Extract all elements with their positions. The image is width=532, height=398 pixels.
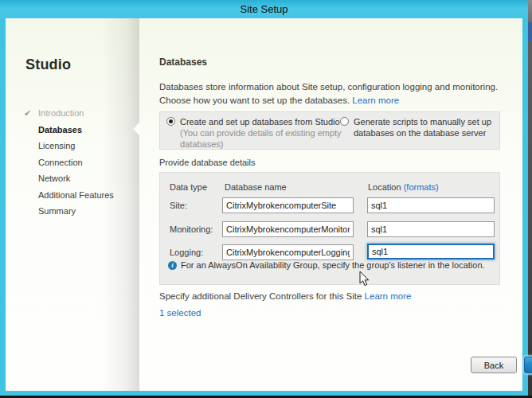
step-label: Databases (38, 125, 82, 135)
step-additional-features: Additional Features (25, 190, 137, 207)
monitoring-location-input[interactable] (367, 221, 495, 237)
wizard-sidebar: Studio ✔ Introduction Databases Licensin… (6, 18, 139, 391)
step-label: Additional Features (38, 190, 114, 200)
step-label: Licensing (38, 141, 75, 150)
window-titlebar[interactable]: Site Setup (0, 0, 528, 18)
page-description: Databases store information about Site s… (159, 80, 498, 107)
option-note: (You can provide details of existing emp… (180, 127, 346, 150)
info-text: For an AlwaysOn Availability Group, spec… (181, 260, 485, 270)
logging-database-name-input[interactable] (222, 244, 354, 260)
step-label: Connection (38, 158, 83, 167)
description-line2: Choose how you want to set up the databa… (159, 94, 498, 107)
radio-icon-create-databases[interactable] (166, 117, 175, 126)
back-button[interactable]: Back (471, 357, 517, 373)
option-label: Generate scripts to manually set up data… (354, 116, 496, 139)
radio-icon-generate-scripts[interactable] (340, 117, 349, 126)
row-label-site: Site: (170, 201, 187, 210)
option-generate-scripts[interactable]: Generate scripts to manually set up data… (340, 116, 496, 139)
step-network: Network (25, 174, 137, 190)
selected-count-link[interactable]: 1 selected (159, 308, 201, 318)
step-label: Summary (38, 206, 76, 216)
database-setup-options-panel: Create and set up databases from Studio … (159, 111, 500, 150)
learn-more-link-controllers[interactable]: Learn more (365, 291, 412, 301)
col-header-data-type: Data type (170, 182, 207, 192)
option-label: Create and set up databases from Studio (180, 116, 346, 127)
description-line1: Databases store information about Site s… (159, 80, 498, 94)
window-title: Site Setup (241, 3, 288, 15)
screen: Site Setup Studio ✔ Introduction Databas… (0, 0, 532, 398)
desktop-edge-right (528, 0, 532, 398)
check-icon: ✔ (24, 108, 31, 119)
col-header-location: Location (formats) (368, 182, 439, 192)
row-label-logging: Logging: (170, 248, 203, 257)
step-introduction[interactable]: ✔ Introduction (25, 108, 137, 125)
next-button[interactable]: Next (524, 357, 532, 373)
app-title: Studio (25, 57, 71, 73)
step-label: Network (38, 174, 70, 183)
info-icon: i (168, 261, 177, 270)
learn-more-link-databases[interactable]: Learn more (352, 96, 399, 105)
monitoring-database-name-input[interactable] (222, 221, 354, 237)
logging-location-input[interactable] (367, 244, 495, 259)
step-label: Introduction (38, 108, 84, 118)
background-scrollbar-thumb (528, 22, 532, 41)
current-step-pointer (133, 123, 139, 135)
option-create-databases[interactable]: Create and set up databases from Studio … (166, 116, 346, 150)
details-section-label: Provide database details (159, 158, 255, 167)
window-content: Studio ✔ Introduction Databases Licensin… (6, 18, 522, 391)
page-title: Databases (159, 57, 207, 68)
site-database-name-input[interactable] (222, 197, 354, 213)
delivery-controllers-line: Specify additional Delivery Controllers … (159, 291, 411, 301)
step-summary: Summary (25, 206, 137, 223)
wizard-steps: ✔ Introduction Databases Licensing Conne… (25, 108, 137, 223)
row-label-monitoring: Monitoring: (170, 224, 213, 234)
alwayson-info: i For an AlwaysOn Availability Group, sp… (168, 260, 495, 270)
database-details-panel: Data type Database name Location (format… (159, 172, 500, 285)
main-pane: Databases Databases store information ab… (139, 18, 522, 391)
step-licensing: Licensing (25, 141, 137, 158)
formats-link[interactable]: (formats) (404, 182, 439, 192)
step-databases: Databases (25, 125, 137, 142)
site-setup-window: Site Setup Studio ✔ Introduction Databas… (0, 0, 528, 396)
step-connection: Connection (25, 158, 137, 174)
col-header-database-name: Database name (225, 182, 287, 192)
site-location-input[interactable] (367, 197, 495, 213)
